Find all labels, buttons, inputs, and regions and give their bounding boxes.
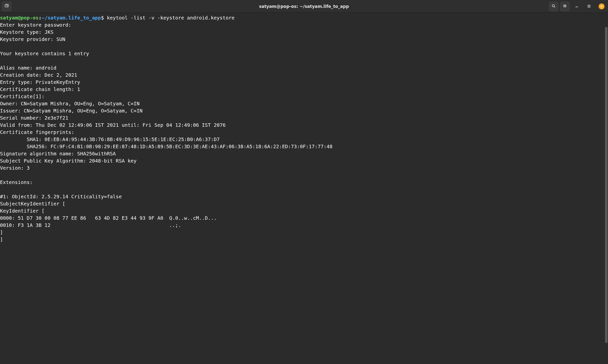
terminal-window: satyam@pop-os: ~/satyam.life_to_app — [0, 0, 608, 364]
command-output: Enter keystore password: Keystore type: … — [0, 22, 333, 242]
prompt-user-host: satyam@pop-os — [0, 15, 39, 21]
maximize-button[interactable] — [584, 1, 594, 12]
scrollbar[interactable] — [605, 13, 608, 364]
search-icon — [551, 4, 556, 9]
minimize-icon — [575, 4, 578, 9]
titlebar: satyam@pop-os: ~/satyam.life_to_app — [0, 0, 608, 13]
close-icon — [600, 4, 603, 9]
new-tab-button[interactable] — [2, 2, 11, 11]
menu-button[interactable] — [560, 2, 570, 11]
svg-rect-2 — [588, 5, 590, 7]
scrollbar-thumb[interactable] — [605, 27, 608, 343]
prompt-separator: : — [39, 15, 42, 21]
svg-point-1 — [552, 4, 554, 7]
minimize-button[interactable] — [572, 1, 582, 12]
command-text: keytool -list -v -keystore android.keyst… — [107, 15, 235, 21]
window-title: satyam@pop-os: ~/satyam.life_to_app — [0, 4, 608, 9]
maximize-icon — [588, 4, 590, 9]
prompt-sign: $ — [101, 15, 107, 21]
terminal-content[interactable]: satyam@pop-os:~/satyam.life_to_app$ keyt… — [0, 13, 608, 364]
hamburger-menu-icon — [563, 4, 567, 9]
close-button[interactable] — [599, 3, 605, 9]
terminal-area[interactable]: satyam@pop-os:~/satyam.life_to_app$ keyt… — [0, 13, 608, 364]
prompt-path: ~/satyam.life_to_app — [42, 15, 101, 21]
new-tab-icon — [4, 4, 9, 9]
search-button[interactable] — [549, 2, 558, 11]
